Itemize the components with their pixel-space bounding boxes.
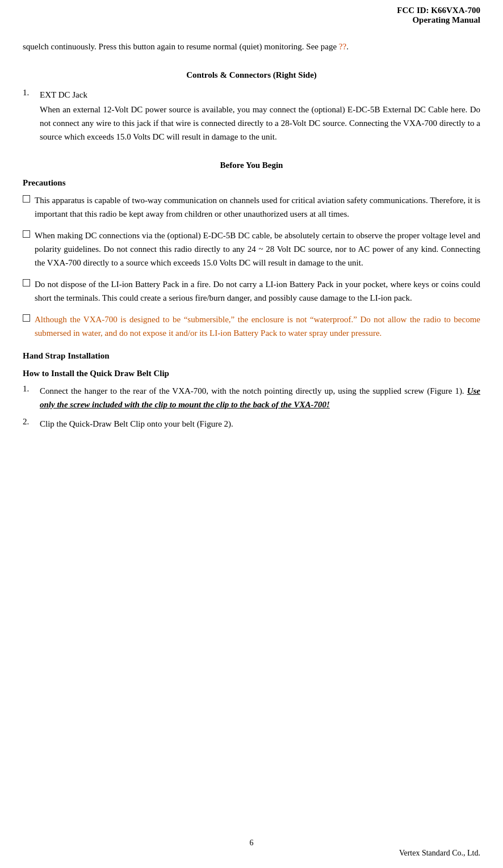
precautions-list: This apparatus is capable of two-way com… <box>23 193 480 340</box>
item-body: When an external 12-Volt DC power source… <box>40 103 480 144</box>
bullet-text-content: When making DC connections via the (opti… <box>35 231 480 267</box>
list-number: 2. <box>23 417 40 431</box>
fcc-id: FCC ID: K66VXA-700 <box>23 6 480 15</box>
list-item-content: Clip the Quick-Draw Belt Clip onto your … <box>40 417 480 431</box>
quick-draw-title: How to Install the Quick Draw Belt Clip <box>23 369 480 378</box>
bullet-text: This apparatus is capable of two-way com… <box>35 193 480 221</box>
quick-draw-list: 1. Connect the hanger to the rear of the… <box>23 384 480 431</box>
text-before: Connect the hanger to the rear of the VX… <box>40 386 467 395</box>
list-item: 1. EXT DC Jack When an external 12-Volt … <box>23 88 480 144</box>
bullet-icon <box>23 230 30 238</box>
item-body: Connect the hanger to the rear of the VX… <box>40 384 480 411</box>
controls-list: 1. EXT DC Jack When an external 12-Volt … <box>23 88 480 144</box>
hand-strap-title: Hand Strap Installation <box>23 351 480 361</box>
before-title: Before You Begin <box>23 161 480 170</box>
list-item: This apparatus is capable of two-way com… <box>23 193 480 221</box>
list-item: Although the VXA-700 is designed to be “… <box>23 313 480 340</box>
bullet-text-orange: Although the VXA-700 is designed to be “… <box>35 313 480 340</box>
before-section: Before You Begin Precautions This appara… <box>23 161 480 340</box>
bullet-text-orange-content: Although the VXA-700 is designed to be “… <box>35 315 480 338</box>
intro-text-before: squelch continuously. Press this button … <box>23 42 339 51</box>
manual-title: Operating Manual <box>23 15 480 25</box>
page-header: FCC ID: K66VXA-700 Operating Manual <box>23 0 480 30</box>
precautions-title: Precautions <box>23 178 480 188</box>
bullet-text: Do not dispose of the LI-ion Battery Pac… <box>35 277 480 305</box>
bullet-icon <box>23 279 30 286</box>
page-number: 6 <box>250 838 254 848</box>
controls-title: Controls & Connectors (Right Side) <box>23 70 480 80</box>
bullet-text-content: Do not dispose of the LI-ion Battery Pac… <box>35 280 480 302</box>
bullet-icon <box>23 314 30 322</box>
footer-company: Vertex Standard Co., Ltd. <box>399 849 480 858</box>
intro-paragraph: squelch continuously. Press this button … <box>23 40 480 53</box>
list-number: 1. <box>23 384 40 411</box>
list-item-content: Connect the hanger to the rear of the VX… <box>40 384 480 411</box>
intro-text-after: . <box>346 42 349 51</box>
item-title: EXT DC Jack <box>40 88 480 102</box>
bullet-text: When making DC connections via the (opti… <box>35 229 480 269</box>
controls-section: Controls & Connectors (Right Side) 1. EX… <box>23 70 480 144</box>
item-body: Clip the Quick-Draw Belt Clip onto your … <box>40 417 480 431</box>
list-number: 1. <box>23 88 40 144</box>
bullet-icon <box>23 195 30 203</box>
bullet-text-content: This apparatus is capable of two-way com… <box>35 196 480 218</box>
list-item: 1. Connect the hanger to the rear of the… <box>23 384 480 411</box>
list-item: When making DC connections via the (opti… <box>23 229 480 269</box>
list-item-content: EXT DC Jack When an external 12-Volt DC … <box>40 88 480 144</box>
page-link: ?? <box>339 42 346 51</box>
list-item: 2. Clip the Quick-Draw Belt Clip onto yo… <box>23 417 480 431</box>
page-footer: 6 Vertex Standard Co., Ltd. <box>0 849 503 858</box>
list-item: Do not dispose of the LI-ion Battery Pac… <box>23 277 480 305</box>
